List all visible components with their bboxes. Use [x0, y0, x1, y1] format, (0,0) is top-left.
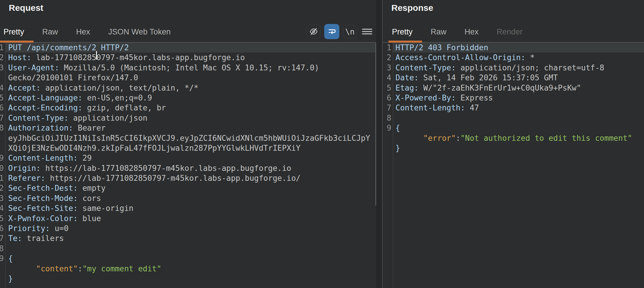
response-panel-title: Response — [391, 3, 433, 13]
code-text: Content-Type: application/json — [8, 113, 147, 123]
line-number — [0, 133, 5, 143]
line-number: 8 — [0, 123, 5, 133]
code-text: Host: lab-1771082850797-m45kor.labs-app.… — [8, 53, 245, 63]
code-row: 4Date: Sat, 14 Feb 2026 15:37:05 GMT — [383, 73, 644, 83]
code-row: 2Host: lab-1771082850797-m45kor.labs-app… — [0, 53, 376, 63]
code-text: "content":"my comment edit" — [8, 264, 161, 274]
line-number: 5 — [383, 83, 393, 93]
request-scrollbar[interactable] — [375, 43, 376, 206]
code-text: Access-Control-Allow-Origin: * — [395, 53, 535, 63]
tab-render: Render — [497, 22, 523, 42]
code-row: 3Content-Type: application/json; charset… — [383, 63, 644, 73]
line-number: 10 — [0, 163, 5, 173]
code-text: PUT /api/comments/2 HTTP/2 — [8, 43, 129, 53]
code-text: Content-Length: 29 — [8, 153, 92, 163]
code-text: { — [8, 254, 13, 263]
word-wrap-icon[interactable] — [324, 24, 339, 39]
code-row: 11Referer: https://lab-1771082850797-m45… — [0, 173, 376, 183]
gutter-separator — [5, 43, 6, 288]
tab-json-web-token[interactable]: JSON Web Token — [108, 22, 171, 42]
line-number: 9 — [0, 153, 5, 163]
code-row: 4Accept: application/json, text/plain, *… — [0, 83, 376, 93]
hide-nonprintable-icon[interactable] — [307, 25, 320, 38]
line-number: 6 — [0, 103, 5, 113]
code-row: 1PUT /api/comments/2 HTTP/2 — [0, 43, 376, 53]
line-number: 6 — [383, 93, 393, 103]
code-text: XQiOjE3NzEwODI4Nzh9.zkIpFaL47fFOJLjwalzn… — [8, 143, 301, 153]
line-number: 9 — [383, 123, 393, 133]
request-toolbar: \n — [307, 24, 374, 39]
code-text: Origin: https://lab-1771082850797-m45kor… — [8, 163, 291, 173]
code-row: 6Accept-Encoding: gzip, deflate, br — [0, 103, 376, 113]
line-number: 11 — [0, 173, 5, 183]
response-panel: Response PrettyRawHexRender 1HTTP/2 403 … — [383, 0, 644, 288]
code-row: 14Sec-Fetch-Site: same-origin — [0, 203, 376, 213]
code-row: } — [0, 274, 376, 284]
code-text: HTTP/2 403 Forbidden — [395, 43, 488, 53]
code-row: 7Content-Length: 47 — [383, 103, 644, 113]
code-row: 9Content-Length: 29 — [0, 153, 376, 163]
line-number: 15 — [0, 214, 5, 223]
menu-icon[interactable] — [360, 25, 374, 38]
code-text: User-Agent: Mozilla/5.0 (Macintosh; Inte… — [8, 63, 319, 73]
tab-pretty[interactable]: Pretty — [4, 22, 24, 42]
line-number: 7 — [0, 113, 5, 123]
code-text: } — [8, 274, 13, 284]
request-tab-bar: PrettyRawHexJSON Web Token — [0, 22, 189, 42]
code-row: 17Te: trailers — [0, 233, 376, 243]
code-row: 18 — [0, 244, 376, 254]
code-row: 12Sec-Fetch-Dest: empty — [0, 183, 376, 193]
tab-raw[interactable]: Raw — [42, 22, 58, 42]
burp-message-editor: { "colors": { "background": "#2b2d2e", "… — [0, 0, 644, 288]
tab-raw[interactable]: Raw — [431, 22, 447, 42]
code-row: 6X-Powered-By: Express — [383, 93, 644, 103]
line-number: 8 — [383, 113, 393, 123]
line-number — [0, 73, 5, 83]
code-row: 8 — [383, 113, 644, 123]
line-number: 4 — [0, 83, 5, 93]
code-text: Sec-Fetch-Site: same-origin — [8, 203, 133, 213]
line-number: 16 — [0, 223, 5, 233]
code-text: Te: trailers — [8, 233, 64, 243]
code-text: "error":"Not authorized to edit this com… — [395, 133, 632, 143]
line-number — [0, 264, 5, 274]
line-number — [0, 274, 5, 284]
tab-pretty[interactable]: Pretty — [392, 22, 413, 42]
code-text: Authorization: Bearer — [8, 123, 106, 133]
line-number: 12 — [0, 183, 5, 193]
code-row: 13Sec-Fetch-Mode: cors — [0, 193, 376, 203]
line-number: 3 — [383, 63, 393, 73]
line-number: 5 — [0, 93, 5, 103]
code-row: 7Content-Type: application/json — [0, 113, 376, 123]
code-text: Gecko/20100101 Firefox/147.0 — [8, 73, 138, 83]
code-row: 2Access-Control-Allow-Origin: * — [383, 53, 644, 63]
code-text: Sec-Fetch-Mode: cors — [8, 193, 101, 203]
newline-glyph-icon[interactable]: \n — [343, 25, 357, 38]
code-text: X-Powered-By: Express — [395, 93, 493, 103]
tab-hex[interactable]: Hex — [465, 22, 479, 42]
request-editor[interactable]: 1PUT /api/comments/2 HTTP/22Host: lab-17… — [0, 43, 376, 288]
code-row: 5Accept-Language: en-US,en;q=0.9 — [0, 93, 376, 103]
tab-hex[interactable]: Hex — [76, 22, 90, 42]
line-number: 19 — [0, 254, 5, 263]
code-text: Accept: application/json, text/plain, */… — [8, 83, 198, 93]
code-text: eyJhbGciOiJIUzI1NiIsInR5cCI6IkpXVCJ9.eyJ… — [8, 133, 370, 143]
code-text: { — [395, 123, 400, 133]
code-text: Content-Length: 47 — [395, 103, 479, 113]
code-row: "content":"my comment edit" — [0, 264, 376, 274]
line-number: 3 — [0, 63, 5, 73]
line-number: 13 — [0, 193, 5, 203]
line-number: 17 — [0, 233, 5, 243]
code-row: 10Origin: https://lab-1771082850797-m45k… — [0, 163, 376, 173]
code-text: Date: Sat, 14 Feb 2026 15:37:05 GMT — [395, 73, 558, 83]
response-panel-header: Response PrettyRawHexRender — [383, 0, 644, 43]
response-tab-bar: PrettyRawHexRender — [383, 22, 541, 42]
line-number: 4 — [383, 73, 393, 83]
code-text: Accept-Language: en-US,en;q=0.9 — [8, 93, 152, 103]
response-editor[interactable]: 1HTTP/2 403 Forbidden2Access-Control-All… — [383, 43, 644, 288]
panel-splitter[interactable] — [376, 0, 383, 288]
request-panel: Request PrettyRawHexJSON Web Token \n — [0, 0, 376, 288]
gutter-separator — [393, 43, 393, 288]
code-text: } — [395, 143, 400, 153]
code-row: 1HTTP/2 403 Forbidden — [383, 43, 644, 53]
